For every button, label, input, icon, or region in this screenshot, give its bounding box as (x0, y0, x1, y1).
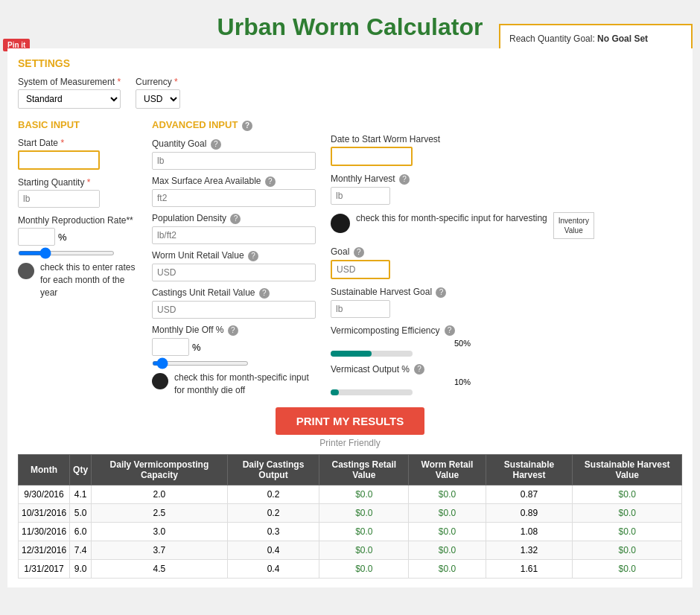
cell-sustainable-value: $0.0 (573, 522, 682, 541)
currency-group: Currency * USD EUR GBP (136, 77, 180, 109)
date-start-harvest-group: Date to Start Worm Harvest 02/15/2017 (331, 134, 594, 166)
cell-daily-castings: 0.3 (227, 522, 319, 541)
col-sustainable: Sustainable Harvest (486, 454, 573, 485)
monthly-harvest-input[interactable] (331, 187, 390, 205)
inventory-value-box: Inventory Value (553, 212, 594, 239)
vermicast-label: Vermicast Output % (331, 364, 410, 375)
pop-density-label: Population Density ? (152, 213, 316, 224)
max-surface-help[interactable]: ? (265, 176, 276, 187)
table-row: 9/30/2016 4.1 2.0 0.2 $0.0 $0.0 0.87 $0.… (19, 485, 682, 503)
table-row: 11/30/2016 6.0 3.0 0.3 $0.0 $0.0 1.08 $0… (19, 522, 682, 541)
cell-qty: 9.0 (70, 559, 92, 578)
monthly-die-off-group: Monthly Die Off % ? 5 % (152, 325, 316, 366)
monthly-rate-input[interactable]: 25 (18, 228, 55, 246)
advanced-help-icon[interactable]: ? (242, 121, 252, 131)
cell-sustainable: 1.32 (486, 541, 573, 559)
goal-label: Goal ? (331, 246, 594, 258)
worm-retail-help[interactable]: ? (248, 251, 258, 261)
pop-density-help[interactable]: ? (230, 214, 241, 224)
cell-castings-retail: $0.0 (319, 485, 409, 503)
start-date-group: Start Date * 09/28/2016 (18, 138, 137, 170)
monthly-toggle-label: check this to enter rates for each month… (40, 261, 137, 299)
starting-qty-input[interactable] (19, 191, 100, 207)
cell-daily-vermi: 3.0 (92, 522, 228, 541)
vermicomposting-help[interactable]: ? (445, 325, 455, 336)
harvest-toggle-label: check this for month-specific input for … (356, 212, 547, 225)
currency-select[interactable]: USD EUR GBP (136, 89, 180, 109)
goal-help[interactable]: ? (354, 247, 364, 258)
print-button[interactable]: PRINT MY RESULTS (276, 407, 424, 435)
die-off-toggle-label: check this for month-specific input for … (174, 372, 316, 397)
die-off-toggle[interactable] (152, 373, 168, 389)
cell-sustainable: 1.08 (486, 522, 573, 541)
cell-worm-retail: $0.0 (409, 485, 486, 503)
cell-castings-retail: $0.0 (319, 503, 409, 522)
castings-retail-input[interactable] (152, 301, 316, 319)
basic-input-title: BASIC INPUT (18, 119, 137, 130)
cell-castings-retail: $0.0 (319, 541, 409, 559)
qty-goal-help[interactable]: ? (211, 139, 221, 150)
cell-sustainable-value: $0.0 (573, 541, 682, 559)
cell-worm-retail: $0.0 (409, 522, 486, 541)
table-row: 10/31/2016 5.0 2.5 0.2 $0.0 $0.0 0.89 $0… (19, 503, 682, 522)
cell-daily-castings: 0.2 (227, 503, 319, 522)
cell-sustainable-value: $0.0 (573, 559, 682, 578)
date-start-harvest-input[interactable]: 02/15/2017 (331, 147, 413, 166)
start-date-label: Start Date * (18, 138, 137, 148)
worm-retail-input[interactable] (152, 264, 316, 281)
worm-retail-group: Worm Unit Retail Value ? (152, 250, 316, 281)
cell-worm-retail: $0.0 (409, 559, 486, 578)
cell-worm-retail: $0.0 (409, 541, 486, 559)
vermicast-help[interactable]: ? (414, 364, 424, 375)
castings-retail-help[interactable]: ? (259, 288, 270, 299)
sustainable-harvest-input[interactable] (331, 300, 390, 318)
advanced-input-title: ADVANCED INPUT ? (152, 119, 316, 131)
cell-month: 1/31/2017 (19, 559, 70, 578)
cell-month: 11/30/2016 (19, 522, 70, 541)
monthly-toggle[interactable] (18, 263, 34, 279)
cell-qty: 7.4 (70, 541, 92, 559)
max-surface-label: Max Surface Area Available ? (152, 176, 316, 187)
right-col-left: Date to Start Worm Harvest 02/15/2017 Mo… (331, 134, 594, 395)
monthly-toggle-row: check this to enter rates for each month… (18, 261, 137, 299)
vermicast-section: Vermicast Output % ? 10% (331, 364, 594, 395)
die-off-toggle-row: check this for month-specific input for … (152, 372, 316, 397)
cell-daily-vermi: 3.7 (92, 541, 228, 559)
currency-label: Currency * (136, 77, 180, 87)
cell-daily-castings: 0.4 (227, 541, 319, 559)
system-label: System of Measurement * (18, 77, 121, 87)
die-off-slider[interactable] (152, 361, 249, 366)
die-off-help[interactable]: ? (228, 325, 238, 336)
cell-sustainable-value: $0.0 (573, 485, 682, 503)
start-date-input[interactable]: 09/28/2016 (18, 150, 100, 170)
results-table: Month Qty Daily Vermicomposting Capacity… (18, 454, 682, 579)
cell-month: 10/31/2016 (19, 503, 70, 522)
sustainable-harvest-help[interactable]: ? (436, 287, 446, 298)
max-surface-input[interactable] (152, 189, 316, 207)
col-daily-castings: Daily Castings Output (227, 454, 319, 485)
goal-group: Goal ? (331, 246, 594, 279)
starting-qty-label: Starting Quantity * (18, 177, 137, 188)
cell-qty: 6.0 (70, 522, 92, 541)
pop-density-input[interactable] (152, 226, 316, 244)
die-off-input[interactable]: 5 (152, 338, 189, 356)
cell-castings-retail: $0.0 (319, 522, 409, 541)
pop-density-group: Population Density ? (152, 213, 316, 244)
cell-sustainable: 0.89 (486, 503, 573, 522)
monthly-rate-slider[interactable] (18, 251, 115, 255)
sustainable-harvest-group: Sustainable Harvest Goal ? (331, 287, 594, 318)
monthly-die-off-label: Monthly Die Off % ? (152, 325, 316, 336)
printer-friendly-link[interactable]: Printer Friendly (18, 438, 682, 448)
qty-goal-label: Quantity Goal ? (152, 138, 316, 150)
goal-input[interactable] (331, 260, 390, 279)
harvest-toggle[interactable] (331, 214, 350, 233)
col-month: Month (19, 454, 70, 485)
summary-item-1: Reach Quantity Goal: No Goal Set (509, 31, 682, 46)
qty-goal-input[interactable] (152, 152, 316, 170)
worm-retail-label: Worm Unit Retail Value ? (152, 250, 316, 261)
monthly-harvest-help[interactable]: ? (399, 174, 410, 185)
table-row: 12/31/2016 7.4 3.7 0.4 $0.0 $0.0 1.32 $0… (19, 541, 682, 559)
cell-qty: 5.0 (70, 503, 92, 522)
monthly-rate-unit: % (58, 232, 67, 243)
system-select[interactable]: Standard Metric (18, 89, 121, 109)
